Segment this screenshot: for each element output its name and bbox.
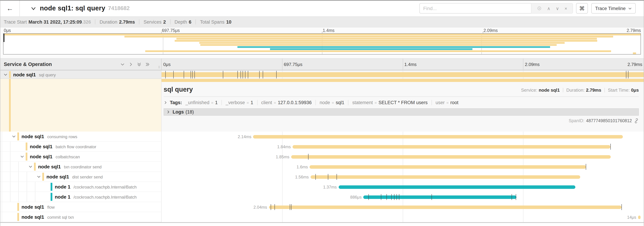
span-bar[interactable] xyxy=(338,185,575,189)
span-bar[interactable] xyxy=(310,165,586,168)
span-bar[interactable] xyxy=(162,72,644,77)
span-row-sql-query[interactable]: node sql1sql query xyxy=(0,71,644,79)
span-row[interactable]: node sql1flow2.04ms xyxy=(0,202,644,212)
span-event-tick xyxy=(386,194,387,200)
span-row[interactable]: node 1/cockroach.roachpb.Internal/Batch1… xyxy=(0,182,644,192)
expand-chevron-icon[interactable] xyxy=(4,72,8,77)
minimap-span-bar xyxy=(633,52,636,54)
axis-label: 697.75μs xyxy=(162,28,180,33)
span-tree-item[interactable]: node sql1txn coordinator send xyxy=(0,162,162,172)
span-timeline-cell[interactable]: 2.04ms xyxy=(162,202,644,212)
minimap-span-row xyxy=(4,48,640,50)
span-name: node sql1flow xyxy=(22,204,54,210)
indent-guide xyxy=(27,182,27,192)
span-event-tick xyxy=(336,174,337,180)
axis-label: 697.75μs xyxy=(282,59,302,70)
divider xyxy=(257,100,257,105)
span-row[interactable]: node sql1batch flow coordinator1.84ms xyxy=(0,142,644,152)
locate-icon[interactable] xyxy=(537,6,542,11)
span-bar[interactable] xyxy=(638,215,640,219)
span-color-bar xyxy=(50,193,52,201)
minimap-span-row xyxy=(4,40,640,42)
trace-view-label: Trace Timeline xyxy=(595,6,626,11)
timeline-gridline xyxy=(402,212,403,222)
span-timeline-cell[interactable]: 1.6ms xyxy=(162,162,644,172)
span-row[interactable]: node sql1txn coordinator send1.6ms xyxy=(0,162,644,172)
span-tree-item[interactable]: node sql1flow xyxy=(0,202,162,212)
back-button[interactable]: ← xyxy=(0,0,20,16)
find-prev-icon[interactable]: ∧ xyxy=(547,6,550,11)
span-duration-label: 886μs xyxy=(350,194,362,199)
span-tree-item[interactable]: node sql1batch flow coordinator xyxy=(0,142,162,152)
expand-one-icon[interactable] xyxy=(128,62,133,67)
span-event-tick xyxy=(271,204,271,210)
chevron-right-icon[interactable] xyxy=(164,101,168,105)
indent-guide xyxy=(35,182,35,192)
indent-guide xyxy=(2,192,2,202)
span-row[interactable]: node 1/cockroach.roachpb.Internal/Batch8… xyxy=(0,192,644,202)
span-timeline-cell[interactable]: 14μs xyxy=(162,212,644,222)
span-duration-label: 1.6ms xyxy=(296,164,308,169)
tag-item: _verbose=1 xyxy=(226,100,253,105)
operation-name: txn coordinator send xyxy=(64,164,102,169)
trace-view-select[interactable]: Trace Timeline xyxy=(591,3,636,14)
expand-chevron-icon[interactable] xyxy=(37,175,41,179)
span-tree-item[interactable]: node 1/cockroach.roachpb.Internal/Batch xyxy=(0,182,162,192)
span-tree-item[interactable]: node sql1dist sender send xyxy=(0,172,162,182)
operation-name: consuming rows xyxy=(47,134,77,139)
service-name: node 1 xyxy=(55,194,70,200)
span-event-tick xyxy=(512,194,512,200)
span-bar[interactable] xyxy=(291,155,611,158)
span-timeline-cell[interactable]: 1.37ms xyxy=(162,182,644,192)
collapse-one-icon[interactable] xyxy=(120,62,125,67)
column-resize-handle[interactable]: ‖ xyxy=(158,65,160,69)
span-event-tick xyxy=(290,204,290,210)
span-bar[interactable] xyxy=(292,145,610,148)
find-clear-icon[interactable]: × xyxy=(564,6,567,11)
find-next-icon[interactable]: ∨ xyxy=(556,6,559,11)
expand-chevron-icon[interactable] xyxy=(12,134,16,138)
span-timeline-cell[interactable] xyxy=(162,71,644,79)
collapse-all-icon[interactable] xyxy=(137,62,142,67)
span-event-tick xyxy=(626,71,626,78)
span-timeline-cell[interactable]: 1.85ms xyxy=(162,152,644,162)
span-tree-item[interactable]: node sql1colbatchscan xyxy=(0,152,162,162)
indent-guide xyxy=(10,142,10,151)
span-color-bar xyxy=(17,213,19,221)
span-bar[interactable] xyxy=(310,175,580,179)
span-row[interactable]: node sql1consuming rows2.14ms xyxy=(0,132,644,142)
span-timeline-cell[interactable]: 1.84ms xyxy=(162,142,644,152)
keyboard-shortcuts-button[interactable]: ⌘ xyxy=(576,3,588,14)
span-timeline-cell[interactable]: 1.56ms xyxy=(162,172,644,182)
trace-stat-label: Depth xyxy=(174,19,187,25)
divider xyxy=(196,20,196,24)
trace-stat-label: Total Spans xyxy=(200,19,224,25)
span-timeline-cell[interactable]: 886μs xyxy=(162,192,644,202)
span-row[interactable]: node sql1colbatchscan1.85ms xyxy=(0,152,644,162)
link-icon[interactable] xyxy=(634,118,639,123)
span-row[interactable]: node sql1dist sender send1.56ms xyxy=(0,172,644,182)
expand-chevron-icon[interactable] xyxy=(28,164,32,169)
find-input[interactable] xyxy=(420,3,531,14)
span-tree-item[interactable]: node sql1consuming rows xyxy=(0,132,162,142)
collapse-trace-header-icon[interactable] xyxy=(30,6,36,11)
span-tree-item[interactable]: node 1/cockroach.roachpb.Internal/Batch xyxy=(0,192,162,202)
minimap-span-row xyxy=(4,36,640,38)
span-detail-left xyxy=(0,79,162,132)
minimap-canvas[interactable] xyxy=(3,33,641,55)
span-tree-item[interactable]: node sql1sql query xyxy=(0,71,162,79)
minimap-drag-handle[interactable] xyxy=(4,34,4,42)
operation-name: batch flow coordinator xyxy=(56,144,96,149)
expand-all-icon[interactable] xyxy=(145,62,150,67)
span-bar[interactable] xyxy=(269,205,621,209)
span-color-bar xyxy=(26,142,27,150)
expand-chevron-icon[interactable] xyxy=(20,154,24,159)
tag-value: sql1 xyxy=(336,100,344,105)
logs-row[interactable]: Logs (18) xyxy=(164,108,639,116)
span-bar[interactable] xyxy=(253,135,623,138)
span-timeline-cell[interactable]: 2.14ms xyxy=(162,132,644,142)
span-row[interactable]: node sql1commit sql txn14μs xyxy=(0,212,644,222)
tags-row[interactable]: Tags:_unfinished=1_verbose=1client=127.0… xyxy=(164,100,639,105)
span-event-tick xyxy=(243,71,243,78)
span-tree-item[interactable]: node sql1commit sql txn xyxy=(0,212,162,222)
